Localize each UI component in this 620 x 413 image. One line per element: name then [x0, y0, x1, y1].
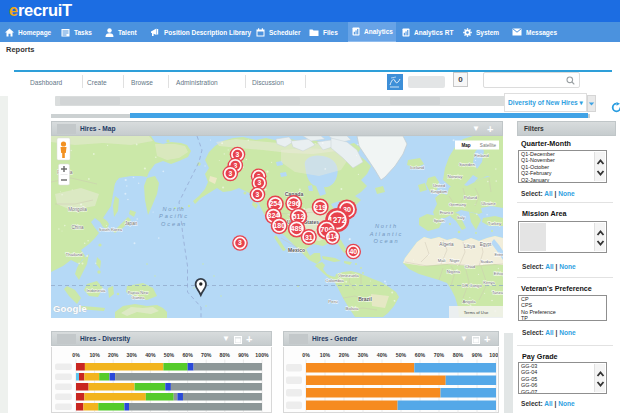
svg-text:Sweden: Sweden	[459, 162, 475, 167]
svg-text:100%: 100%	[489, 352, 498, 358]
svg-text:3: 3	[257, 179, 261, 186]
svg-text:Bolivia: Bolivia	[346, 306, 359, 311]
svg-text:114: 114	[327, 233, 338, 240]
svg-text:Angola: Angola	[462, 299, 476, 304]
svg-text:3: 3	[228, 170, 232, 177]
svg-text:Pacific: Pacific	[159, 213, 189, 219]
svg-text:Nigeria: Nigeria	[447, 269, 461, 274]
svg-text:United: United	[433, 183, 446, 188]
svg-text:Ethiopia: Ethiopia	[494, 271, 503, 276]
svg-text:Satellite: Satellite	[480, 143, 497, 148]
svg-text:Brazil: Brazil	[358, 296, 372, 302]
svg-text:China: China	[71, 225, 83, 230]
svg-text:Iceland: Iceland	[410, 165, 425, 170]
svg-text:Kingdom: Kingdom	[431, 189, 448, 194]
svg-text:Tanzania: Tanzania	[492, 290, 503, 295]
svg-text:Egypt: Egypt	[480, 242, 492, 247]
svg-text:Chad: Chad	[465, 264, 476, 269]
svg-text:100%: 100%	[255, 352, 269, 358]
svg-text:Mali: Mali	[438, 258, 446, 263]
svg-text:90%: 90%	[472, 352, 483, 358]
svg-text:Ocean: Ocean	[161, 221, 187, 227]
svg-text:254: 254	[269, 200, 281, 207]
svg-text:Terms of Use: Terms of Use	[464, 310, 489, 315]
svg-text:Norway: Norway	[448, 174, 464, 179]
svg-text:489: 489	[291, 224, 303, 233]
svg-text:Libya: Libya	[464, 244, 475, 249]
svg-text:Finland: Finland	[474, 153, 489, 158]
svg-text:180: 180	[273, 222, 285, 229]
svg-text:Map: Map	[461, 143, 470, 148]
svg-text:3: 3	[236, 151, 240, 158]
svg-text:70%: 70%	[434, 352, 445, 358]
svg-text:50%: 50%	[396, 352, 407, 358]
svg-text:Japan: Japan	[125, 221, 138, 226]
svg-text:Algeria: Algeria	[439, 242, 454, 247]
svg-text:Indonesia: Indonesia	[86, 288, 106, 293]
svg-text:70%: 70%	[201, 352, 212, 358]
svg-text:20%: 20%	[108, 352, 119, 358]
svg-text:Ukraine: Ukraine	[481, 201, 496, 206]
svg-text:10%: 10%	[89, 352, 100, 358]
svg-text:Colombia: Colombia	[325, 278, 344, 283]
svg-text:Guinea: Guinea	[132, 295, 146, 300]
svg-text:North: North	[162, 206, 185, 212]
svg-text:40%: 40%	[145, 352, 156, 358]
svg-text:31: 31	[305, 234, 313, 241]
svg-text:North: North	[375, 223, 398, 229]
svg-text:30%: 30%	[358, 352, 369, 358]
svg-text:20%: 20%	[339, 352, 350, 358]
svg-text:Mongolia: Mongolia	[68, 207, 87, 212]
svg-text:40%: 40%	[377, 352, 388, 358]
svg-text:30%: 30%	[127, 352, 138, 358]
svg-text:Spain: Spain	[433, 218, 445, 223]
svg-text:512: 512	[293, 212, 305, 221]
svg-text:0%: 0%	[302, 352, 310, 358]
svg-text:Thailand: Thailand	[66, 252, 83, 257]
svg-text:Sudan: Sudan	[480, 259, 493, 264]
svg-text:South Korea: South Korea	[99, 227, 123, 232]
svg-text:Google: Google	[53, 303, 87, 314]
svg-text:France: France	[440, 210, 454, 215]
svg-text:Ocean: Ocean	[374, 238, 400, 244]
svg-text:Germany: Germany	[449, 202, 467, 207]
svg-text:Poland: Poland	[464, 195, 478, 200]
svg-text:Mexico: Mexico	[288, 247, 305, 253]
svg-text:0%: 0%	[72, 352, 80, 358]
svg-text:60%: 60%	[182, 352, 193, 358]
svg-text:90%: 90%	[238, 352, 249, 358]
svg-text:80%: 80%	[453, 352, 464, 358]
svg-text:Turkey: Turkey	[488, 221, 502, 226]
svg-text:60%: 60%	[415, 352, 426, 358]
svg-text:296: 296	[288, 200, 300, 207]
svg-text:80%: 80%	[220, 352, 231, 358]
svg-text:Peru: Peru	[328, 299, 338, 304]
svg-text:50%: 50%	[164, 352, 175, 358]
svg-text:Atlantic: Atlantic	[369, 231, 404, 237]
svg-text:10%: 10%	[320, 352, 331, 358]
svg-text:Italy: Italy	[457, 215, 466, 220]
svg-text:3: 3	[238, 239, 242, 246]
svg-text:Eritrea: Eritrea	[494, 253, 503, 257]
svg-text:219: 219	[314, 204, 326, 211]
svg-text:40: 40	[349, 248, 357, 255]
svg-text:3: 3	[256, 191, 260, 198]
svg-text:Kenya: Kenya	[483, 280, 495, 285]
svg-text:Niger: Niger	[449, 258, 460, 263]
svg-text:DR Congo: DR Congo	[462, 283, 482, 288]
